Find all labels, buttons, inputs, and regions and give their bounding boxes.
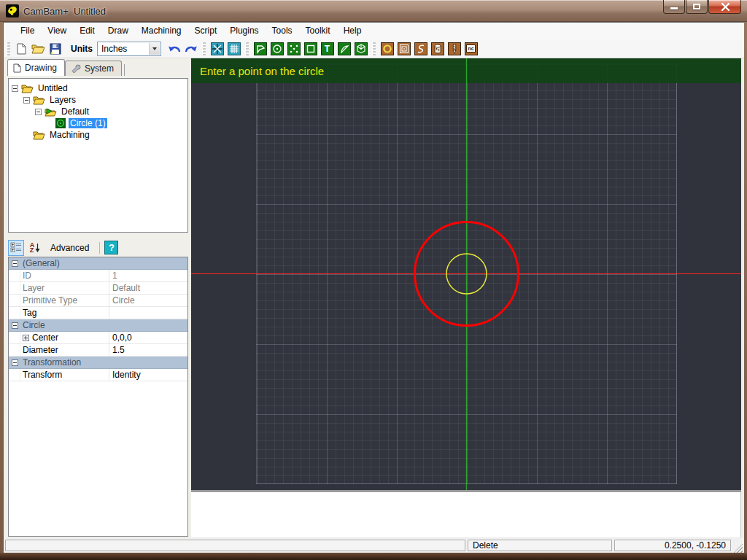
- toolbar-grip[interactable]: [245, 42, 249, 55]
- property-row-transform[interactable]: Transform Identity: [9, 369, 187, 381]
- collapse-icon[interactable]: [12, 260, 18, 267]
- undo-icon: [167, 43, 182, 55]
- menu-machining[interactable]: Machining: [135, 23, 188, 39]
- minimize-icon: [670, 7, 678, 9]
- title-bar[interactable]: CamBam+ Untitled: [0, 0, 747, 22]
- draw-arc-button[interactable]: [336, 41, 352, 57]
- drawing-tree: Untitled Layers: [8, 78, 188, 233]
- sort-z-glyph: Z: [30, 248, 35, 253]
- draw-polyline-button[interactable]: [252, 41, 268, 57]
- menu-view[interactable]: View: [41, 23, 73, 39]
- advanced-button[interactable]: Advanced: [50, 243, 89, 253]
- property-value[interactable]: 1.5: [109, 345, 187, 355]
- drill-mop-button[interactable]: [429, 41, 446, 57]
- menu-bar: File View Edit Draw Machining Script Plu…: [4, 23, 744, 39]
- undo-button[interactable]: [166, 41, 182, 57]
- profile-mop-button[interactable]: [379, 41, 395, 57]
- draw-rectangle-button[interactable]: [302, 41, 319, 57]
- collapse-icon[interactable]: [12, 359, 18, 366]
- tab-drawing-label: Drawing: [25, 63, 57, 73]
- collapse-icon[interactable]: [35, 109, 42, 115]
- close-button[interactable]: [708, 0, 741, 14]
- panel-splitter[interactable]: [4, 233, 191, 238]
- menu-toolkit[interactable]: Toolkit: [299, 23, 337, 39]
- draw-surface-button[interactable]: [352, 41, 369, 57]
- save-file-button[interactable]: [47, 41, 63, 57]
- tree-item-layers[interactable]: Layers: [23, 94, 77, 106]
- tree-label-layers[interactable]: Layers: [48, 95, 77, 105]
- collapse-icon[interactable]: [12, 85, 18, 92]
- grid-toggle-icon: [228, 42, 241, 55]
- toolbar-grip[interactable]: [372, 42, 376, 55]
- folder-icon: [21, 84, 34, 93]
- property-name: Center: [32, 332, 58, 343]
- draw-text-button[interactable]: T: [319, 41, 336, 57]
- open-file-button[interactable]: [30, 41, 47, 57]
- tree-label-circle[interactable]: Circle (1): [69, 118, 107, 128]
- menu-edit[interactable]: Edit: [73, 23, 101, 39]
- menu-file[interactable]: File: [14, 23, 41, 39]
- minimize-button[interactable]: [663, 0, 685, 14]
- category-row-transformation[interactable]: Transformation: [9, 357, 187, 369]
- category-row-circle[interactable]: Circle: [9, 319, 187, 332]
- snap-point-button[interactable]: [209, 41, 225, 57]
- draw-points-button[interactable]: [285, 41, 302, 57]
- units-dropdown-arrow[interactable]: [149, 43, 160, 55]
- toolbar-grip[interactable]: [7, 42, 10, 55]
- tree-label-untitled[interactable]: Untitled: [36, 83, 69, 93]
- tab-drawing[interactable]: Drawing: [7, 59, 65, 76]
- category-label: (General): [23, 258, 60, 268]
- tab-system[interactable]: System: [65, 61, 122, 76]
- alphabetical-sort-button[interactable]: A Z: [27, 240, 43, 256]
- pocket-mop-button[interactable]: [395, 41, 412, 57]
- menu-help[interactable]: Help: [337, 23, 368, 39]
- units-value: Inches: [101, 44, 127, 54]
- property-row-center[interactable]: Center 0,0,0: [9, 332, 187, 344]
- gcode-button[interactable]: nc: [462, 41, 479, 57]
- engrave-mop-button[interactable]: [412, 41, 429, 57]
- menu-tools[interactable]: Tools: [266, 23, 299, 39]
- tree-label-default[interactable]: Default: [60, 106, 90, 117]
- sort-arrow-icon: [35, 243, 40, 253]
- drawing-canvas[interactable]: Enter a point on the circle: [191, 58, 741, 490]
- redo-button[interactable]: [182, 41, 199, 57]
- collapse-icon[interactable]: [23, 97, 30, 104]
- lathe-mop-button[interactable]: [446, 41, 462, 57]
- tree-item-untitled[interactable]: Untitled: [12, 82, 69, 94]
- gcode-icon: nc: [465, 42, 478, 55]
- tree-item-default-layer[interactable]: Default: [35, 106, 90, 117]
- text-icon-glyph: T: [325, 44, 330, 54]
- maximize-button[interactable]: [686, 0, 708, 14]
- property-value[interactable]: 0,0,0: [109, 332, 187, 343]
- resize-grip[interactable]: [733, 543, 743, 553]
- property-row-layer[interactable]: Layer Default: [9, 282, 187, 295]
- property-row-diameter[interactable]: Diameter 1.5: [9, 344, 187, 357]
- property-toolbar: A Z Advanced ?: [8, 238, 188, 257]
- toolbar-grip[interactable]: [202, 42, 206, 55]
- tree-item-machining[interactable]: Machining: [23, 129, 91, 141]
- canvas-shapes: [191, 58, 741, 490]
- draw-circle-button[interactable]: [268, 41, 285, 57]
- property-value[interactable]: Identity: [109, 370, 187, 380]
- property-row-id[interactable]: ID 1: [9, 270, 187, 282]
- property-row-primitive-type[interactable]: Primitive Type Circle: [9, 295, 187, 307]
- units-dropdown[interactable]: Inches: [97, 42, 161, 56]
- status-action-label: Delete: [473, 540, 498, 551]
- property-name: ID: [20, 270, 109, 281]
- menu-draw[interactable]: Draw: [101, 23, 135, 39]
- menu-script[interactable]: Script: [188, 23, 224, 39]
- expand-icon[interactable]: [23, 335, 29, 341]
- grid-toggle-button[interactable]: [225, 41, 242, 57]
- tree-item-circle[interactable]: Circle (1): [55, 117, 107, 129]
- help-button[interactable]: ?: [104, 241, 118, 254]
- category-row-general[interactable]: (General): [9, 257, 187, 270]
- new-file-button[interactable]: [13, 41, 30, 57]
- polyline-icon: [254, 42, 267, 55]
- tree-label-machining[interactable]: Machining: [48, 130, 91, 140]
- property-value: Default: [109, 283, 187, 293]
- categorized-view-button[interactable]: [8, 240, 24, 256]
- menu-plugins[interactable]: Plugins: [223, 23, 265, 39]
- property-row-tag[interactable]: Tag: [9, 307, 187, 319]
- property-grid: (General) ID 1 Layer Default Primitive T…: [8, 257, 188, 537]
- collapse-icon[interactable]: [12, 322, 18, 329]
